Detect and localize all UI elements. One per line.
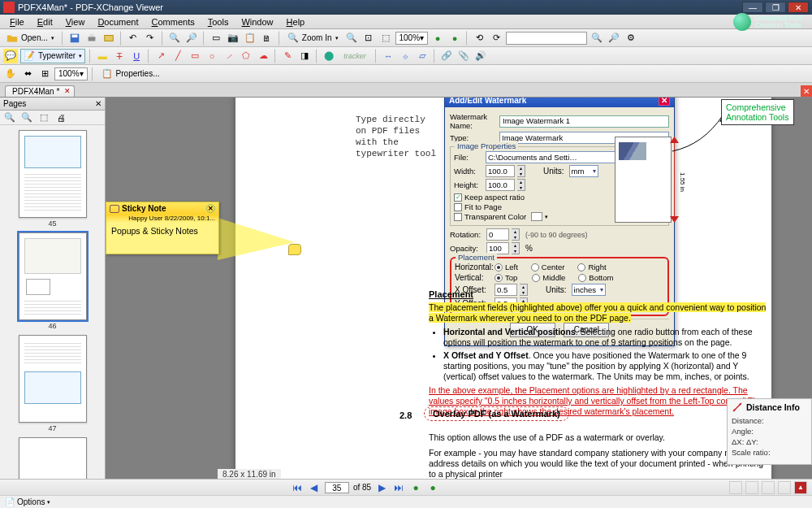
menu-tools[interactable]: Tools xyxy=(203,16,234,28)
dialog-close-icon[interactable]: ✕ xyxy=(659,98,670,106)
zoom-in-icon[interactable]: 🔍Zoom In▾ xyxy=(284,31,342,46)
polyline-tool-icon[interactable]: ⟋ xyxy=(222,49,236,63)
zoom-out-icon[interactable]: 🔍 xyxy=(344,31,359,46)
stamp-tool-icon[interactable]: ⬤ xyxy=(322,49,336,63)
zoom-thumb-in-icon[interactable]: 🔍 xyxy=(2,111,17,125)
single-page-layout-icon[interactable] xyxy=(729,481,742,494)
zoom-combo[interactable]: 100% ▾ xyxy=(395,32,429,45)
find-icon[interactable]: 🔍 xyxy=(167,31,182,46)
next-page-button[interactable]: ▶ xyxy=(375,481,388,494)
properties-button[interactable]: 📋Properties... xyxy=(97,67,167,81)
v-top-radio[interactable]: Top xyxy=(495,273,517,282)
email-icon[interactable] xyxy=(102,31,116,46)
save-icon[interactable] xyxy=(67,31,82,46)
menu-help[interactable]: Help xyxy=(282,16,310,28)
window-minimize-button[interactable]: — xyxy=(742,2,763,13)
sound-tool-icon[interactable]: 🔊 xyxy=(473,49,488,63)
search-icon[interactable]: 🔎 xyxy=(184,31,199,46)
clipboard-icon[interactable]: 📋 xyxy=(243,31,257,46)
sticky-close-icon[interactable]: ✕ xyxy=(206,204,215,213)
menu-edit[interactable]: Edit xyxy=(32,16,58,28)
zoom-combo-2[interactable]: 100% ▾ xyxy=(54,67,88,80)
search-field[interactable] xyxy=(506,32,587,45)
zoom-thumb-out-icon[interactable]: 🔍 xyxy=(19,111,34,125)
rotation-spinner[interactable]: ▴▾ xyxy=(512,228,520,241)
ocr-icon[interactable]: 🗎 xyxy=(260,31,274,46)
page-number-input[interactable]: 35 xyxy=(325,482,349,493)
polygon-tool-icon[interactable]: ⬠ xyxy=(239,49,253,63)
highlight-tool-icon[interactable]: ▬ xyxy=(95,49,110,63)
pencil-tool-icon[interactable]: ✎ xyxy=(280,49,295,63)
measure-dist-icon[interactable]: ↔ xyxy=(381,49,395,63)
fit-width-icon[interactable]: ⬌ xyxy=(20,67,35,81)
cloud-tool-icon[interactable]: ☁ xyxy=(256,49,270,63)
thumb-options-icon[interactable]: ⬚ xyxy=(37,111,51,125)
selection-icon[interactable]: ▭ xyxy=(209,31,223,46)
close-all-tabs-icon[interactable]: ✕ xyxy=(801,85,812,97)
dialog-titlebar[interactable]: Add/Edit Watermark✕ xyxy=(445,98,674,107)
print-icon[interactable] xyxy=(84,31,99,46)
rotation-input[interactable]: 0 xyxy=(486,228,509,241)
page-thumbnail[interactable] xyxy=(19,335,87,423)
document-tab[interactable]: PDFX4Man *✕ xyxy=(5,85,75,97)
sticky-body[interactable]: Popups & Sticky Notes xyxy=(106,223,218,254)
close-tab-icon[interactable]: ✕ xyxy=(64,87,71,95)
oval-tool-icon[interactable]: ○ xyxy=(205,49,219,63)
pdf-badge-icon[interactable]: ▲ xyxy=(794,481,807,494)
window-maximize-button[interactable]: ❐ xyxy=(765,2,786,13)
link-tool-icon[interactable]: 🔗 xyxy=(439,49,454,63)
fit-page-icon[interactable]: ⬚ xyxy=(378,31,393,46)
menu-comments[interactable]: Comments xyxy=(147,16,200,28)
open-icon[interactable]: Open...▾ xyxy=(3,31,58,46)
snapshot-icon[interactable]: 📷 xyxy=(226,31,240,46)
watermark-name-input[interactable]: Image Watermark 1 xyxy=(499,115,669,128)
opacity-spinner[interactable]: ▴▾ xyxy=(512,242,520,254)
v-bottom-radio[interactable]: Bottom xyxy=(578,273,613,282)
height-spinner[interactable]: ▴▾ xyxy=(517,179,525,191)
first-page-button[interactable]: ⏮ xyxy=(291,481,304,494)
last-page-button[interactable]: ⏭ xyxy=(392,481,405,494)
options-button[interactable]: 📄Options ▾ xyxy=(5,497,50,506)
continuous-layout-icon[interactable] xyxy=(745,481,758,494)
find-options-icon[interactable]: ⚙ xyxy=(624,31,638,46)
height-input[interactable]: 100.0 xyxy=(486,179,515,191)
rect-tool-icon[interactable]: ▭ xyxy=(188,49,202,63)
page-thumbnail[interactable] xyxy=(19,232,87,320)
sticky-note-tool-icon[interactable]: 💬 xyxy=(3,49,18,63)
arrow-tool-icon[interactable]: ↗ xyxy=(153,49,168,63)
window-close-button[interactable]: ✕ xyxy=(788,2,809,13)
width-spinner[interactable]: ▴▾ xyxy=(517,165,525,177)
prev-find-icon[interactable]: 🔎 xyxy=(607,31,621,46)
v-middle-radio[interactable]: Middle xyxy=(532,273,565,282)
next-find-icon[interactable]: 🔍 xyxy=(590,31,604,46)
close-pane-icon[interactable]: ✕ xyxy=(95,99,102,108)
measure-perim-icon[interactable]: ⟐ xyxy=(398,49,412,63)
rotate-ccw-icon[interactable]: ⟲ xyxy=(472,31,486,46)
hand-tool-icon[interactable]: ✋ xyxy=(3,67,18,81)
zoom-minus-icon[interactable]: ● xyxy=(447,31,462,46)
page-thumbnail[interactable] xyxy=(19,437,87,481)
eraser-tool-icon[interactable]: ◨ xyxy=(297,49,312,63)
units-select[interactable]: mm xyxy=(569,165,598,177)
zoom-plus-icon[interactable]: ● xyxy=(430,31,445,46)
attach-tool-icon[interactable]: 📎 xyxy=(456,49,471,63)
typewriter-tool[interactable]: 📝Typewriter▾ xyxy=(20,49,85,63)
fit-visible-icon[interactable]: ⊞ xyxy=(37,67,52,81)
undo-icon[interactable]: ↶ xyxy=(126,31,140,46)
width-input[interactable]: 100.0 xyxy=(486,165,515,177)
menu-document[interactable]: Document xyxy=(93,16,143,28)
thumb-print-icon[interactable]: 🖨 xyxy=(54,111,68,125)
redo-icon[interactable]: ↷ xyxy=(143,31,158,46)
document-view[interactable]: Type directlyon PDF fileswith thetypewri… xyxy=(106,98,812,494)
h-right-radio[interactable]: Right xyxy=(577,263,606,271)
thumbnail-list[interactable]: 45 46 47 48 xyxy=(0,125,105,481)
sticky-note-popup[interactable]: Sticky Note ✕ Happy User 8/22/2009, 10:1… xyxy=(106,202,219,254)
nav-back-button[interactable]: ● xyxy=(409,481,422,494)
underline-tool-icon[interactable]: U xyxy=(129,49,144,63)
comment-bubble-icon[interactable] xyxy=(288,244,301,255)
rotate-cw-icon[interactable]: ⟳ xyxy=(489,31,503,46)
nav-fwd-button[interactable]: ● xyxy=(426,481,439,494)
line-tool-icon[interactable]: ╱ xyxy=(171,49,185,63)
measure-area-icon[interactable]: ▱ xyxy=(415,49,430,63)
menu-file[interactable]: File xyxy=(5,16,29,28)
